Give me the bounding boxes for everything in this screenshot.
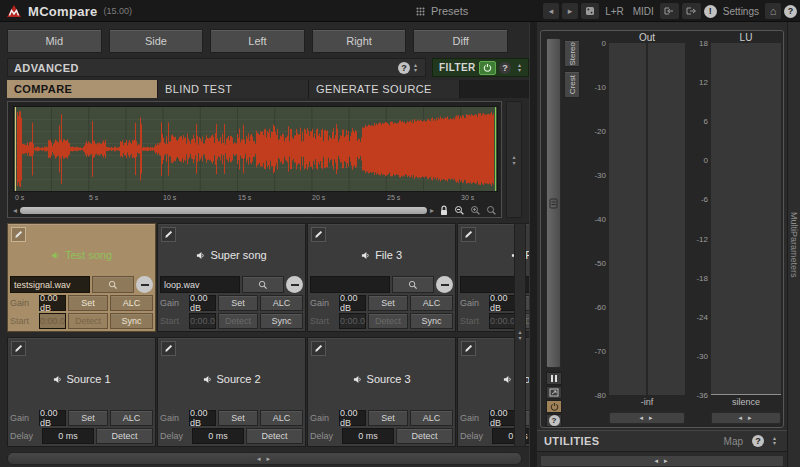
delay-field[interactable]: 0 ms (342, 428, 394, 444)
alc-button[interactable]: ALC (110, 410, 153, 426)
slot-header[interactable]: Source 2 (160, 340, 303, 408)
meter-power-button[interactable] (546, 400, 562, 413)
channel-button-diff[interactable]: Diff (413, 29, 508, 53)
gain-field[interactable]: 0.00 dB (339, 410, 366, 426)
set-button[interactable]: Set (68, 295, 108, 311)
detect-button[interactable]: Detect (218, 313, 258, 329)
channel-button-right[interactable]: Right (312, 29, 407, 53)
waveform-height-stepper[interactable]: ▴ ▾ (506, 101, 522, 218)
filter-help-button[interactable]: ? (499, 62, 511, 74)
set-button[interactable]: Set (368, 410, 408, 426)
slot-header[interactable]: Source 3 (310, 340, 453, 408)
source-slot-1[interactable]: Source 1 Gain 0.00 dB Set ALC Delay 0 ms… (7, 337, 156, 447)
export-button[interactable] (682, 3, 701, 19)
out-meter-range[interactable]: ◂ ▸ (609, 412, 685, 424)
utilities-help-button[interactable]: ? (752, 435, 764, 447)
filter-panel-header[interactable]: FILTER ? ▴ ▾ (432, 58, 529, 77)
meter-zoom-slider[interactable] (546, 38, 561, 368)
browse-button[interactable] (242, 276, 284, 293)
edit-button[interactable] (11, 227, 26, 242)
start-field[interactable]: 0:00.0 (39, 313, 66, 329)
utilities-stepper[interactable]: ▴ ▾ (769, 434, 780, 449)
right-bottom-scrollbar[interactable]: ◂ ▸ (540, 455, 784, 467)
gain-field[interactable]: 0.00 dB (489, 410, 516, 426)
advanced-stepper[interactable]: ▴ ▾ (410, 60, 421, 75)
pause-button[interactable] (546, 372, 562, 385)
gain-field[interactable]: 0.00 dB (39, 295, 66, 311)
remove-button[interactable] (436, 276, 453, 293)
gain-field[interactable]: 0.00 dB (489, 295, 516, 311)
edit-button[interactable] (461, 341, 476, 356)
source-slot-2[interactable]: Source 2 Gain 0.00 dB Set ALC Delay 0 ms… (157, 337, 306, 447)
edit-button[interactable] (311, 227, 326, 242)
advanced-panel-header[interactable]: ADVANCED ? ▴ ▾ (7, 58, 426, 77)
titlebar-help-button[interactable]: ? (784, 5, 797, 18)
alc-button[interactable]: ALC (410, 410, 453, 426)
file-name-field[interactable] (310, 276, 390, 293)
waveform-scrollbar[interactable] (20, 207, 427, 214)
sync-button[interactable]: Sync (260, 313, 303, 329)
alc-button[interactable]: ALC (260, 295, 303, 311)
set-button[interactable]: Set (218, 410, 258, 426)
browse-button[interactable] (92, 276, 134, 293)
delay-field[interactable]: 0 ms (42, 428, 94, 444)
tab-compare[interactable]: COMPARE (7, 80, 158, 98)
slots-height-stepper[interactable]: ▴ ▾ (514, 223, 526, 447)
home-button[interactable]: ⌂ (765, 3, 781, 19)
zoom-in-button[interactable] (469, 204, 482, 217)
edit-button[interactable] (161, 341, 176, 356)
alc-button[interactable]: ALC (110, 295, 153, 311)
file-name-field[interactable]: testsignal.wav (10, 276, 90, 293)
channel-button-left[interactable]: Left (210, 29, 305, 53)
previous-preset-button[interactable]: ◂ (543, 3, 559, 19)
channel-mode-button[interactable]: L+R (602, 3, 627, 19)
start-field[interactable]: 0:00.0 (339, 313, 366, 329)
tab-blind-test[interactable]: BLIND TEST (158, 80, 309, 98)
detect-button[interactable]: Detect (68, 313, 108, 329)
lu-meter-bar[interactable] (711, 43, 781, 395)
set-button[interactable]: Set (368, 295, 408, 311)
popout-button[interactable] (546, 386, 562, 399)
source-slot-3[interactable]: Source 3 Gain 0.00 dB Set ALC Delay 0 ms… (307, 337, 456, 447)
filter-stepper[interactable]: ▴ ▾ (514, 60, 525, 75)
remove-button[interactable] (136, 276, 153, 293)
set-button[interactable]: Set (68, 410, 108, 426)
tab-generate-source[interactable]: GENERATE SOURCE (309, 80, 460, 98)
remove-button[interactable] (286, 276, 303, 293)
scroll-right-arrow[interactable]: ▸ (430, 204, 434, 217)
browse-button[interactable] (392, 276, 434, 293)
sync-button[interactable]: Sync (110, 313, 153, 329)
next-preset-button[interactable]: ▸ (562, 3, 578, 19)
detect-button[interactable]: Detect (396, 428, 453, 444)
gain-field[interactable]: 0.00 dB (189, 295, 216, 311)
start-field[interactable]: 0:00.0 (189, 313, 216, 329)
start-field[interactable]: 0:00.0 (489, 313, 516, 329)
waveform-display[interactable] (13, 106, 498, 192)
zoom-out-button[interactable] (453, 204, 466, 217)
section-divider[interactable] (529, 22, 537, 467)
multiparameters-strip[interactable]: MultiParameters (787, 22, 800, 467)
edit-button[interactable] (461, 227, 476, 242)
detect-button[interactable]: Detect (246, 428, 303, 444)
gain-field[interactable]: 0.00 dB (39, 410, 66, 426)
detect-button[interactable]: Detect (96, 428, 153, 444)
left-bottom-scrollbar[interactable]: ◂ ▸ (7, 452, 522, 465)
channel-button-mid[interactable]: Mid (7, 29, 102, 53)
advanced-help-button[interactable]: ? (398, 62, 410, 74)
edit-button[interactable] (11, 341, 26, 356)
scroll-left-arrow[interactable]: ◂ (13, 204, 17, 217)
map-button[interactable]: Map (720, 436, 747, 447)
lu-meter-range[interactable]: ◂ ▸ (711, 412, 781, 424)
file-name-field[interactable]: loop.wav (160, 276, 240, 293)
edit-button[interactable] (161, 227, 176, 242)
alert-button[interactable]: ! (704, 5, 717, 18)
file-slot-1[interactable]: Test song testsignal.wav Gain 0.00 dB Se… (7, 223, 156, 332)
stereo-mode-button[interactable]: Stereo (564, 40, 580, 67)
utilities-panel-header[interactable]: UTILITIES Map ? ▴ ▾ (537, 430, 787, 452)
sync-button[interactable]: Sync (410, 313, 453, 329)
channel-button-side[interactable]: Side (109, 29, 204, 53)
filter-power-button[interactable] (479, 61, 496, 75)
presets-button[interactable]: Presets (408, 2, 476, 20)
slot-header[interactable]: Super song (160, 226, 303, 274)
import-button[interactable] (660, 3, 679, 19)
